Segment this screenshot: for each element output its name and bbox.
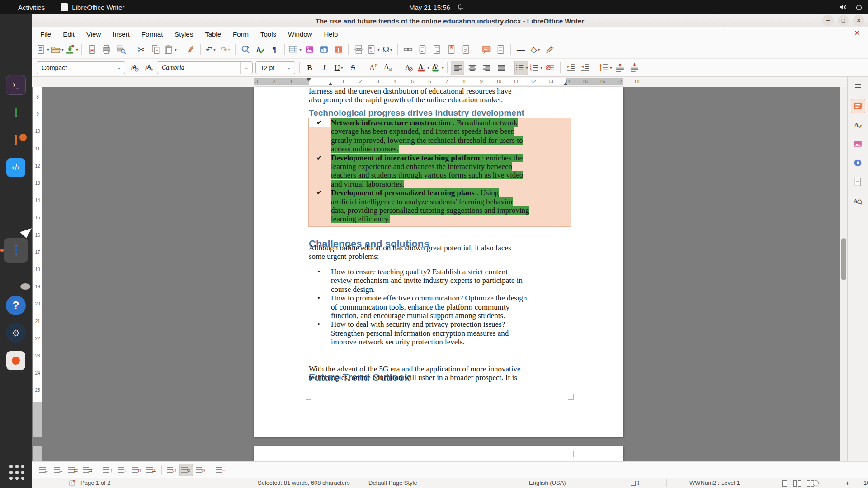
dock-item-vlc[interactable]	[4, 45, 28, 70]
font-name-combo[interactable]: Cambria⌄	[157, 61, 253, 74]
sidebar-tab-sidebar-menu[interactable]	[851, 80, 865, 94]
menu-form[interactable]: Form	[227, 29, 255, 39]
chevron-down-icon[interactable]: ▾	[610, 66, 612, 70]
bullets-and-numbering-button[interactable]: ☰	[214, 464, 228, 476]
demote-outline-button[interactable]: →	[52, 464, 66, 476]
insert-table-button[interactable]: ▾	[288, 42, 302, 57]
dock-item-libreoffice-calc[interactable]	[4, 100, 28, 125]
new-document-button[interactable]: ▾	[36, 42, 49, 57]
checklist-highlighted[interactable]: ✔Network infrastructure construction : B…	[309, 118, 571, 226]
zoom-level[interactable]: 100%	[863, 479, 868, 486]
focused-app-indicator[interactable]: LibreOffice Writer	[61, 3, 124, 11]
superscript-button[interactable]: AB	[367, 61, 380, 75]
move-up-with-subpoints-button[interactable]: ⇈	[130, 464, 144, 476]
font-size-combo[interactable]: 12 pt⌄	[255, 61, 295, 74]
basic-shapes-button[interactable]: ◇▾	[528, 42, 542, 57]
track-changes-button[interactable]	[494, 42, 507, 57]
chevron-down-icon[interactable]: ▾	[175, 47, 177, 52]
window-title-bar[interactable]: The rise and future trends of the online…	[32, 14, 868, 28]
insert-chart-button[interactable]	[317, 42, 330, 57]
paragraph[interactable]: With the advent of the 5G era and the ap…	[309, 365, 571, 382]
demote-with-subpoints-button[interactable]: ⇉	[81, 464, 94, 476]
chevron-down-icon[interactable]: ▾	[427, 66, 429, 70]
underline-button[interactable]: U▾	[332, 61, 345, 75]
page-style-status[interactable]: Default Page Style	[368, 479, 417, 486]
dock-item-firefox[interactable]	[4, 18, 28, 42]
horizontal-line-button[interactable]: —	[514, 42, 528, 57]
special-character-button[interactable]: Ω▾	[381, 42, 394, 57]
numbered-list-button[interactable]: 123▾	[529, 61, 542, 75]
document-text[interactable]: fairness and the uneven distribution of …	[309, 87, 571, 121]
close-document-icon[interactable]: ✕	[854, 29, 860, 37]
left-indent-marker[interactable]	[328, 82, 333, 85]
paragraph[interactable]: fairness and the uneven distribution of …	[309, 87, 571, 104]
hyperlink-button[interactable]	[401, 42, 415, 57]
bold-button[interactable]: B	[303, 61, 316, 75]
chevron-down-icon[interactable]: ▾	[228, 47, 230, 52]
maximize-button[interactable]: ▢	[838, 15, 849, 26]
sidebar-tab-gallery[interactable]	[851, 136, 865, 151]
dock-item-settings[interactable]: ⚙	[4, 321, 28, 345]
document-page-2[interactable]	[254, 446, 623, 461]
paragraph[interactable]: Although online education has shown grea…	[309, 244, 571, 261]
update-style-button[interactable]: A	[127, 61, 141, 75]
menu-view[interactable]: View	[80, 29, 107, 39]
insert-mode-icon[interactable]: I	[631, 479, 639, 487]
italic-button[interactable]: I	[317, 61, 331, 75]
menu-tools[interactable]: Tools	[255, 29, 282, 39]
sidebar-tab-page[interactable]	[851, 174, 865, 189]
document-canvas[interactable]: fairness and the uneven distribution of …	[42, 87, 840, 461]
system-tray[interactable]	[839, 0, 863, 14]
menu-table[interactable]: Table	[199, 29, 227, 39]
chevron-down-icon[interactable]: ▾	[442, 66, 444, 70]
menu-format[interactable]: Format	[136, 29, 169, 39]
menu-file[interactable]: File	[34, 29, 57, 39]
highlight-color-button[interactable]: A▾	[430, 61, 444, 75]
restart-numbering-button[interactable]: ↻	[179, 464, 193, 476]
cross-reference-button[interactable]	[459, 42, 472, 57]
align-right-button[interactable]	[480, 61, 493, 75]
subscript-button[interactable]: AB	[381, 61, 395, 75]
promote-outline-button[interactable]: ←	[38, 464, 51, 476]
vertical-scrollbar[interactable]	[840, 87, 848, 461]
save-button[interactable]: ▾	[65, 42, 78, 57]
bookmark-button[interactable]	[444, 42, 458, 57]
chevron-down-icon[interactable]: ▾	[47, 47, 49, 52]
list-item[interactable]: •How to deal with security and privacy p…	[309, 320, 571, 346]
list-level-status[interactable]: WWNum2 : Level 1	[689, 479, 740, 486]
checklist-item[interactable]: ✔Network infrastructure construction : B…	[309, 118, 571, 154]
dock-item-vscode[interactable]: ‹/›	[4, 155, 28, 180]
horizontal-ruler[interactable]: 321123456789101112131415161718	[254, 78, 623, 85]
dock-item-gimp[interactable]	[4, 266, 28, 290]
insert-textbox-button[interactable]: T	[331, 42, 345, 57]
bullet-list-button[interactable]: ▾	[514, 61, 528, 75]
chevron-down-icon[interactable]: ⌄	[240, 62, 252, 74]
checklist-item[interactable]: ✔Development of personalized learning pl…	[309, 188, 571, 224]
language-status[interactable]: English (USA)	[529, 479, 566, 486]
align-left-button[interactable]	[451, 61, 464, 75]
close-button[interactable]: ✕	[853, 15, 864, 26]
scrollbar-thumb[interactable]	[841, 238, 846, 280]
open-button[interactable]: ▾	[50, 42, 64, 57]
insert-image-button[interactable]	[302, 42, 316, 57]
copy-button[interactable]	[149, 42, 162, 57]
clear-formatting-button[interactable]: A	[401, 61, 415, 75]
sidebar-tab-style-inspector[interactable]: A	[851, 193, 865, 208]
spelling-button[interactable]: A	[253, 42, 267, 57]
find-replace-button[interactable]	[239, 42, 252, 57]
endnote-button[interactable]	[430, 42, 443, 57]
word-count-status[interactable]: Selected: 81 words, 608 characters	[258, 479, 350, 486]
no-list-bottom-button[interactable]: ⊘	[194, 464, 208, 476]
chevron-down-icon[interactable]: ▾	[540, 66, 542, 70]
chevron-down-icon[interactable]: ▾	[390, 47, 392, 52]
paragraph-style-combo[interactable]: Compact⌄	[37, 61, 125, 74]
no-list-button[interactable]	[543, 61, 557, 75]
menu-styles[interactable]: Styles	[169, 29, 199, 39]
page-number-status[interactable]: Page 1 of 2	[80, 479, 111, 486]
dock-item-libreoffice-writer[interactable]	[4, 238, 28, 263]
insert-unnumbered-entry-button[interactable]: ∅	[165, 464, 179, 476]
menu-window[interactable]: Window	[282, 29, 318, 39]
paste-button[interactable]: ▾	[163, 42, 177, 57]
chevron-down-icon[interactable]: ▾	[377, 47, 380, 52]
clone-formatting-button[interactable]	[184, 42, 197, 57]
